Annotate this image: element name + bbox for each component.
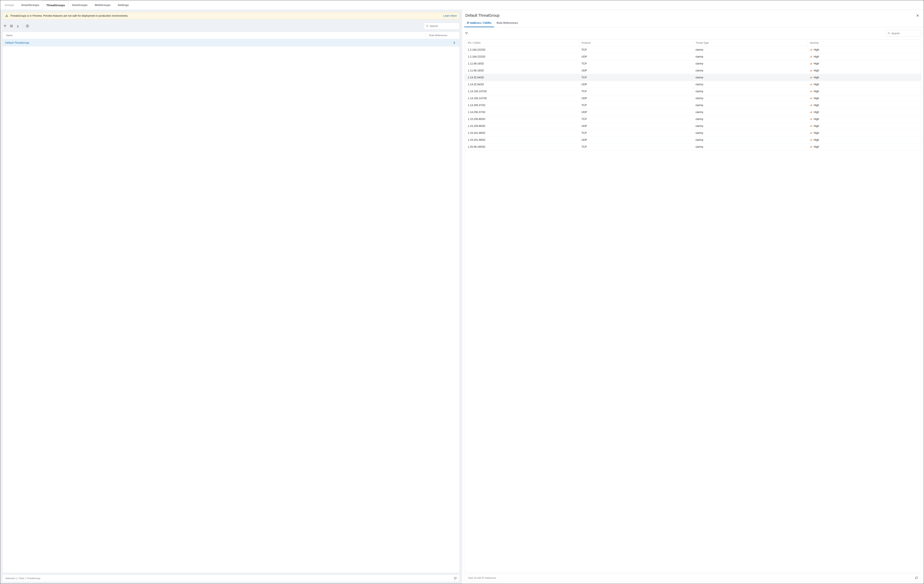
detail-search-input[interactable]: [891, 32, 924, 35]
cell-severity: High: [807, 55, 921, 58]
detail-toolbar: [462, 27, 924, 39]
cell-severity: High: [807, 138, 921, 141]
search-icon: [888, 32, 890, 35]
close-icon[interactable]: [916, 14, 919, 17]
cell-threat-type: ciarmy: [693, 110, 807, 114]
table-row[interactable]: 1.2.164.222/32TCPciarmyHigh: [465, 46, 921, 53]
table-row[interactable]: Default ThreatGroup3: [3, 39, 459, 46]
cell-severity: High: [807, 90, 921, 93]
detail-footer: Total 19,198 IP Addresses: [465, 574, 921, 582]
col-protocol[interactable]: Protocol: [579, 39, 693, 46]
svg-rect-20: [811, 63, 811, 64]
svg-rect-44: [811, 118, 811, 120]
cell-severity: High: [807, 97, 921, 100]
table-row[interactable]: 1.14.193.147/32UDPciarmyHigh: [465, 95, 921, 102]
tab-threatgroups[interactable]: ThreatGroups: [43, 0, 68, 10]
col-threat-type[interactable]: Threat Type: [693, 39, 807, 46]
left-footer: Selected 1 | Total 1 ThreatGroup: [2, 574, 460, 582]
table-row[interactable]: 1.14.250.37/32TCPciarmyHigh: [465, 102, 921, 109]
svg-point-7: [426, 25, 428, 26]
table-row[interactable]: 1.25.58.185/32TCPciarmyHigh: [465, 143, 921, 150]
cell-severity: High: [807, 145, 921, 148]
threatgroups-table-head: Name Rule References: [3, 32, 459, 39]
table-row[interactable]: 1.15.241.99/32UDPciarmyHigh: [465, 137, 921, 143]
table-row[interactable]: 1.14.193.147/32TCPciarmyHigh: [465, 88, 921, 95]
table-row[interactable]: 1.14.32.94/32TCPciarmyHigh: [465, 74, 921, 81]
columns-icon[interactable]: [9, 23, 14, 29]
svg-rect-23: [811, 70, 811, 71]
table-row[interactable]: 1.2.164.222/32UDPciarmyHigh: [465, 53, 921, 60]
col-name[interactable]: Name: [3, 34, 426, 37]
col-severity[interactable]: Severity: [807, 39, 921, 46]
cell-threat-type: ciarmy: [693, 104, 807, 107]
cell-ip: 1.15.241.99/32: [465, 138, 579, 141]
severity-bars-icon: [810, 90, 812, 92]
ip-table-head: IPs / CIDRs Protocol Threat Type Severit…: [465, 39, 921, 46]
cell-severity: High: [807, 132, 921, 134]
col-rule-references[interactable]: Rule References: [426, 32, 459, 39]
svg-rect-19: [810, 64, 810, 64]
cell-severity: High: [807, 69, 921, 72]
col-ips-cidrs[interactable]: IPs / CIDRs: [465, 39, 579, 46]
svg-rect-28: [810, 84, 810, 85]
table-row[interactable]: 1.15.235.80/32UDPciarmyHigh: [465, 123, 921, 130]
svg-rect-51: [812, 132, 812, 133]
cell-protocol: TCP: [579, 117, 693, 120]
tab-smartgroups[interactable]: SmartGroups: [18, 0, 43, 10]
cell-protocol: UDP: [579, 110, 693, 114]
table-row[interactable]: 1.14.32.94/32UDPciarmyHigh: [465, 81, 921, 88]
cell-severity: High: [807, 76, 921, 79]
tab-ip-cidrs[interactable]: IP Address / CIDRs: [464, 19, 494, 27]
help-icon[interactable]: [25, 23, 30, 29]
table-row[interactable]: 1.11.69.16/32TCPciarmyHigh: [465, 60, 921, 67]
cell-ip: 1.14.250.37/32: [465, 104, 579, 107]
left-search[interactable]: [424, 23, 460, 30]
cell-threat-type: ciarmy: [693, 83, 807, 86]
table-row[interactable]: 1.15.235.80/32TCPciarmyHigh: [465, 116, 921, 123]
severity-bars-icon: [810, 104, 812, 107]
table-row[interactable]: 1.11.69.16/32UDPciarmyHigh: [465, 67, 921, 74]
severity-bars-icon: [810, 125, 812, 127]
cell-threat-type: ciarmy: [693, 125, 807, 127]
cell-threat-type: ciarmy: [693, 90, 807, 93]
refresh-icon[interactable]: [454, 577, 457, 580]
cell-ip: 1.15.241.99/32: [465, 132, 579, 134]
rule-ref-count: 3: [426, 41, 459, 44]
cell-protocol: TCP: [579, 48, 693, 51]
filter-icon[interactable]: [465, 32, 468, 35]
tab-geogroups[interactable]: GeoGroups: [68, 0, 91, 10]
cell-protocol: UDP: [579, 83, 693, 86]
cell-threat-type: ciarmy: [693, 97, 807, 100]
threatgroup-name-link[interactable]: Default ThreatGroup: [3, 41, 426, 44]
detail-search[interactable]: [886, 30, 921, 37]
svg-rect-45: [812, 118, 812, 120]
cell-ip: 1.11.69.16/32: [465, 62, 579, 65]
svg-rect-15: [812, 49, 812, 50]
cell-threat-type: ciarmy: [693, 48, 807, 51]
cell-ip: 1.14.193.147/32: [465, 90, 579, 93]
svg-rect-46: [810, 126, 810, 127]
svg-rect-31: [810, 92, 810, 92]
tab-groups[interactable]: Groups: [1, 0, 18, 10]
table-row[interactable]: 1.14.250.37/32UDPciarmyHigh: [465, 109, 921, 116]
cell-ip: 1.15.235.80/32: [465, 117, 579, 120]
refresh-icon[interactable]: [915, 576, 918, 579]
cell-threat-type: ciarmy: [693, 69, 807, 72]
tab-rule-references[interactable]: Rule References: [494, 19, 521, 27]
cell-severity: High: [807, 117, 921, 120]
table-row[interactable]: 1.15.241.99/32TCPciarmyHigh: [465, 130, 921, 137]
detail-title: Default ThreatGroup: [465, 13, 500, 18]
svg-rect-18: [812, 56, 812, 58]
learn-more-link[interactable]: Learn More: [443, 14, 457, 17]
cell-ip: 1.11.69.16/32: [465, 69, 579, 72]
left-search-input[interactable]: [430, 25, 462, 28]
cell-threat-type: ciarmy: [693, 55, 807, 58]
cell-threat-type: ciarmy: [693, 117, 807, 120]
tab-settings[interactable]: Settings: [114, 0, 132, 10]
svg-line-12: [889, 34, 890, 34]
cell-threat-type: ciarmy: [693, 132, 807, 134]
tab-webgroups[interactable]: WebGroups: [91, 0, 114, 10]
filter-icon[interactable]: [2, 23, 8, 29]
download-icon[interactable]: [15, 23, 20, 29]
svg-rect-14: [811, 49, 811, 50]
